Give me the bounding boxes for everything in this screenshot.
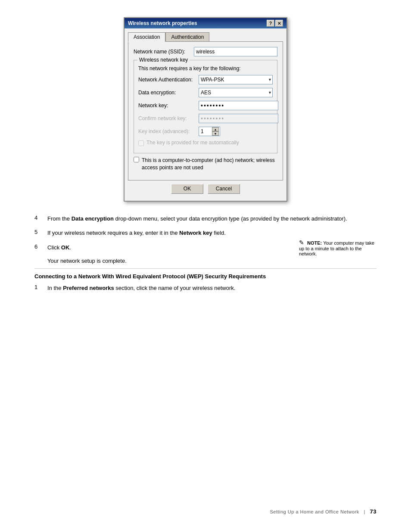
step-6: 6 Click OK. <box>34 243 290 252</box>
section-heading: Connecting to a Network With Wired Equiv… <box>34 273 377 280</box>
encryption-row: Data encryption: AES Disabled WEP TKIP ▼ <box>138 88 273 97</box>
dialog-title: Wireless network properties <box>128 20 197 26</box>
auto-key-row: The key is provided for me automatically <box>138 140 273 146</box>
confirm-key-label: Confirm network key: <box>138 115 199 121</box>
network-name-row: Network name (SSID): <box>134 47 277 56</box>
footer-page-number: 73 <box>370 508 377 515</box>
footer-text: Setting Up a Home and Office Network <box>270 509 359 514</box>
adhoc-checkbox[interactable] <box>134 157 139 162</box>
key-index-input[interactable] <box>199 128 212 135</box>
dialog-titlebar: Wireless network properties ? ✕ <box>125 18 286 28</box>
step-4-number: 4 <box>34 215 47 221</box>
note-title: NOTE: <box>307 240 322 246</box>
key-index-row: Key index (advanced): ▲ ▼ <box>138 127 273 136</box>
tab-authentication[interactable]: Authentication <box>165 32 209 42</box>
wireless-key-group: Wireless network key This network requir… <box>134 60 277 153</box>
network-key-label: Network key: <box>138 103 199 109</box>
network-key-row: Network key: <box>138 101 273 110</box>
auth-select[interactable]: WPA-PSK Open Shared WPA WPA2 WPA2-PSK <box>199 75 273 84</box>
spinner-buttons: ▲ ▼ <box>212 127 219 136</box>
network-name-label: Network name (SSID): <box>134 49 194 55</box>
page: Wireless network properties ? ✕ Associat… <box>0 0 411 532</box>
step-4: 4 From the Data encryption drop-down men… <box>34 215 377 223</box>
key-index-spinner: ▲ ▼ <box>199 127 220 136</box>
confirm-key-input[interactable] <box>199 114 278 123</box>
step-6-number: 6 <box>34 243 47 250</box>
spinner-up[interactable]: ▲ <box>212 127 219 131</box>
encryption-select-wrapper: AES Disabled WEP TKIP ▼ <box>199 88 273 97</box>
auto-key-label: The key is provided for me automatically <box>146 140 239 146</box>
titlebar-buttons: ? ✕ <box>267 20 283 27</box>
group-legend: Wireless network key <box>137 57 190 63</box>
cancel-button[interactable]: Cancel <box>208 184 240 194</box>
step-5-number: 5 <box>34 229 47 235</box>
encryption-select[interactable]: AES Disabled WEP TKIP <box>199 88 273 97</box>
ok-button[interactable]: OK <box>171 184 203 194</box>
auth-row: Network Authentication: WPA-PSK Open Sha… <box>138 75 273 84</box>
encryption-label: Data encryption: <box>138 90 199 96</box>
network-key-input[interactable] <box>199 101 278 110</box>
page-footer: Setting Up a Home and Office Network | 7… <box>270 508 377 515</box>
confirm-key-row: Confirm network key: <box>138 114 273 123</box>
dialog-body: Association Authentication Network name … <box>125 28 286 201</box>
step-6-text: Click OK. <box>47 243 290 252</box>
help-button[interactable]: ? <box>267 20 274 27</box>
dialog-wrapper: Wireless network properties ? ✕ Associat… <box>34 17 377 202</box>
group-content: This network requires a key for the foll… <box>138 65 273 146</box>
key-index-label: Key index (advanced): <box>138 128 199 134</box>
group-desc: This network requires a key for the foll… <box>138 65 273 72</box>
step-4-text: From the Data encryption drop-down menu,… <box>47 215 377 223</box>
tab-bar: Association Authentication <box>128 32 283 41</box>
step-6-section: 6 Click OK. Your network setup is comple… <box>34 243 377 264</box>
auth-select-wrapper: WPA-PSK Open Shared WPA WPA2 WPA2-PSK ▼ <box>199 75 273 84</box>
adhoc-row: This is a computer-to-computer (ad hoc) … <box>134 157 277 171</box>
note-icon: ✎ <box>299 239 304 246</box>
auth-label: Network Authentication: <box>138 77 199 83</box>
tab-association[interactable]: Association <box>128 32 165 42</box>
sub-step-text: Your network setup is complete. <box>47 258 290 264</box>
step-5-text: If your wireless network requires a key,… <box>47 229 377 237</box>
section-step-1-text: In the Preferred networks section, click… <box>47 284 377 292</box>
dialog-buttons: OK Cancel <box>128 180 283 197</box>
section-step-1-number: 1 <box>34 284 47 292</box>
network-name-input[interactable] <box>194 47 277 56</box>
step-6-content: 6 Click OK. Your network setup is comple… <box>34 243 290 264</box>
adhoc-label: This is a computer-to-computer (ad hoc) … <box>142 157 277 171</box>
step-5: 5 If your wireless network requires a ke… <box>34 229 377 237</box>
close-button[interactable]: ✕ <box>275 20 283 27</box>
auto-key-checkbox[interactable] <box>138 140 144 146</box>
section-step-1: 1 In the Preferred networks section, cli… <box>34 284 377 292</box>
tab-content: Network name (SSID): Wireless network ke… <box>128 41 283 180</box>
note-box: ✎ NOTE: Your computer may take up to a m… <box>299 239 377 256</box>
separator <box>34 268 377 269</box>
spinner-down[interactable]: ▼ <box>212 131 219 136</box>
dialog: Wireless network properties ? ✕ Associat… <box>124 17 287 202</box>
